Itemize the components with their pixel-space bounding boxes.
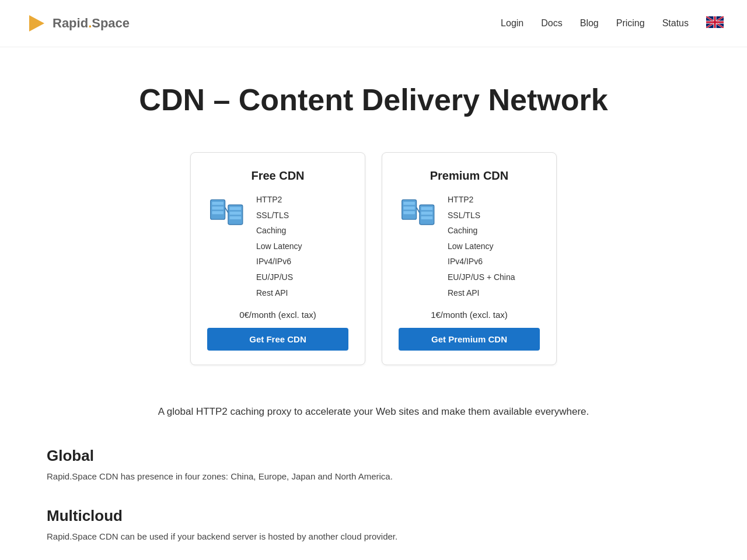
global-heading: Global (47, 447, 479, 465)
global-section: Global Rapid.Space CDN has presence in f… (0, 441, 525, 501)
logo-text: Rapid.Space (53, 16, 130, 31)
svg-rect-3 (212, 202, 224, 205)
svg-rect-9 (230, 216, 242, 219)
svg-rect-12 (403, 202, 415, 205)
free-cdn-price: 0€/month (excl. tax) (207, 310, 348, 320)
page-title: CDN – Content Delivery Network (23, 82, 724, 117)
nav-docs[interactable]: Docs (541, 18, 562, 29)
premium-cdn-body: HTTP2 SSL/TLS Caching Low Latency IPv4/I… (399, 192, 540, 300)
nav-blog[interactable]: Blog (580, 18, 599, 29)
premium-cdn-price: 1€/month (excl. tax) (399, 310, 540, 320)
hero-section: CDN – Content Delivery Network (0, 47, 747, 141)
svg-line-19 (417, 208, 420, 213)
premium-cdn-features: HTTP2 SSL/TLS Caching Low Latency IPv4/I… (448, 192, 515, 300)
svg-rect-4 (212, 206, 224, 209)
svg-rect-13 (403, 206, 415, 209)
free-cdn-card: Free CDN HTTP2 SSL/TLS Caching Low (190, 152, 365, 365)
svg-rect-7 (230, 207, 242, 210)
svg-rect-18 (421, 216, 433, 219)
uk-flag-icon (706, 16, 724, 28)
svg-line-10 (225, 208, 228, 213)
pricing-cards: Free CDN HTTP2 SSL/TLS Caching Low (0, 141, 747, 400)
cdn-description: A global HTTP2 caching proxy to accelera… (53, 400, 694, 441)
svg-rect-16 (421, 207, 433, 210)
multicloud-heading: Multicloud (47, 507, 479, 525)
premium-cdn-icon (399, 192, 439, 239)
multicloud-section: Multicloud Rapid.Space CDN can be used i… (0, 501, 525, 560)
nav-status[interactable]: Status (662, 18, 689, 29)
premium-cdn-card: Premium CDN HTTP2 SSL/TLS Caching Low La… (382, 152, 557, 365)
main-nav: Login Docs Blog Pricing Status (501, 16, 724, 30)
multicloud-body: Rapid.Space CDN can be used if your back… (47, 530, 479, 544)
get-premium-cdn-button[interactable]: Get Premium CDN (399, 328, 540, 351)
nav-login[interactable]: Login (501, 18, 523, 29)
svg-rect-14 (403, 211, 415, 214)
svg-rect-17 (421, 212, 433, 215)
free-cdn-features: HTTP2 SSL/TLS Caching Low Latency IPv4/I… (256, 192, 302, 300)
get-free-cdn-button[interactable]: Get Free CDN (207, 328, 348, 351)
nav-pricing[interactable]: Pricing (616, 18, 645, 29)
language-flag[interactable] (706, 16, 724, 30)
free-cdn-title: Free CDN (207, 169, 348, 183)
site-header: Rapid.Space Login Docs Blog Pricing Stat… (0, 0, 747, 47)
global-body: Rapid.Space CDN has presence in four zon… (47, 470, 479, 484)
premium-cdn-title: Premium CDN (399, 169, 540, 183)
svg-marker-0 (29, 15, 44, 32)
free-cdn-body: HTTP2 SSL/TLS Caching Low Latency IPv4/I… (207, 192, 348, 300)
svg-rect-8 (230, 212, 242, 215)
free-cdn-icon (207, 192, 248, 239)
svg-rect-5 (212, 211, 224, 214)
logo-icon (23, 10, 49, 36)
logo-link[interactable]: Rapid.Space (23, 10, 130, 36)
